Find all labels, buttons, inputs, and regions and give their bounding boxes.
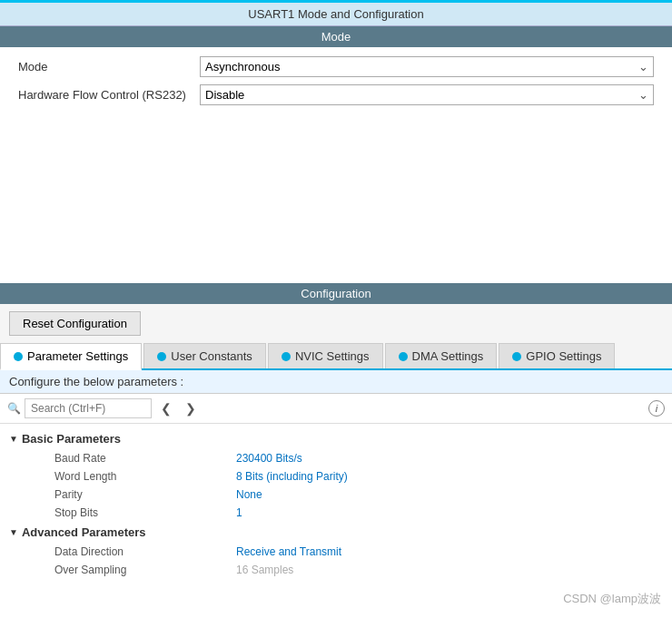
group-name: Advanced Parameters <box>22 525 146 539</box>
tab-dot-icon <box>157 352 166 361</box>
config-section-header: Configuration <box>0 283 672 304</box>
tabs-row: Parameter SettingsUser ConstantsNVIC Set… <box>0 343 672 370</box>
tab-dot-icon <box>399 352 408 361</box>
param-value: 1 <box>236 506 242 519</box>
param-value: Receive and Transmit <box>236 545 341 558</box>
tab-label: GPIO Settings <box>526 349 601 363</box>
footer: CSDN @lamp波波 <box>0 584 672 614</box>
chevron-down-icon-2: ⌄ <box>638 88 648 102</box>
mode-section-header: Mode <box>0 26 672 47</box>
tab-label: DMA Settings <box>412 349 484 363</box>
tab-nvic-settings[interactable]: NVIC Settings <box>268 343 383 368</box>
param-row: Baud Rate230400 Bits/s <box>0 449 672 467</box>
tab-dma-settings[interactable]: DMA Settings <box>385 343 498 368</box>
hw-flow-select[interactable]: Disable ⌄ <box>200 84 654 105</box>
param-name: Over Sampling <box>54 564 236 576</box>
param-name: Data Direction <box>54 545 236 558</box>
hw-flow-row: Hardware Flow Control (RS232) Disable ⌄ <box>18 84 654 105</box>
tab-label: Parameter Settings <box>27 349 128 363</box>
param-row: Over Sampling16 Samples <box>0 561 672 579</box>
mode-row: Mode Asynchronous ⌄ <box>18 56 654 77</box>
mode-select[interactable]: Asynchronous ⌄ <box>200 56 654 77</box>
param-name: Parity <box>54 488 236 501</box>
params-area: ▼Basic ParametersBaud Rate230400 Bits/sW… <box>0 424 672 584</box>
mode-select-value: Asynchronous <box>205 60 280 74</box>
param-row: Word Length8 Bits (including Parity) <box>0 467 672 486</box>
group-name: Basic Parameters <box>22 432 121 446</box>
hw-flow-select-value: Disable <box>205 88 244 102</box>
tab-user-constants[interactable]: User Constants <box>143 343 266 368</box>
search-icon: 🔍 <box>7 402 21 415</box>
info-bar: Configure the below parameters : <box>0 370 672 394</box>
tab-label: NVIC Settings <box>295 349 370 363</box>
tab-dot-icon <box>512 352 521 361</box>
group-arrow-icon: ▼ <box>9 434 18 444</box>
param-row: Stop Bits1 <box>0 504 672 522</box>
tab-parameter-settings[interactable]: Parameter Settings <box>0 343 142 370</box>
tab-label: User Constants <box>171 349 252 363</box>
param-row: Data DirectionReceive and Transmit <box>0 543 672 561</box>
tab-dot-icon <box>282 352 291 361</box>
chevron-down-icon: ⌄ <box>638 60 648 74</box>
prev-nav-button[interactable]: ❮ <box>156 399 176 417</box>
mode-area: Mode Asynchronous ⌄ Hardware Flow Contro… <box>0 47 672 283</box>
tab-gpio-settings[interactable]: GPIO Settings <box>499 343 615 368</box>
config-area: Configuration Reset Configuration Parame… <box>0 283 672 584</box>
title-text: USART1 Mode and Configuration <box>248 7 423 21</box>
hw-flow-label: Hardware Flow Control (RS232) <box>18 88 200 102</box>
next-nav-button[interactable]: ❯ <box>181 399 201 417</box>
tab-dot-icon <box>14 352 23 361</box>
reset-config-button[interactable]: Reset Configuration <box>9 311 141 336</box>
title-bar: USART1 Mode and Configuration <box>0 3 672 26</box>
param-row: ParityNone <box>0 486 672 504</box>
param-name: Word Length <box>54 470 236 483</box>
info-icon[interactable]: i <box>648 400 665 417</box>
param-value: None <box>236 488 262 501</box>
group-header-1[interactable]: ▼Advanced Parameters <box>0 522 672 543</box>
param-value: 230400 Bits/s <box>236 452 302 465</box>
param-value: 8 Bits (including Parity) <box>236 470 348 483</box>
search-row: 🔍 ❮ ❯ i <box>0 394 672 424</box>
param-name: Stop Bits <box>54 506 236 519</box>
group-header-0[interactable]: ▼Basic Parameters <box>0 428 672 449</box>
group-arrow-icon: ▼ <box>9 527 18 537</box>
param-value: 16 Samples <box>236 564 293 576</box>
search-input[interactable] <box>25 398 152 418</box>
mode-label: Mode <box>18 60 200 74</box>
param-name: Baud Rate <box>54 452 236 465</box>
